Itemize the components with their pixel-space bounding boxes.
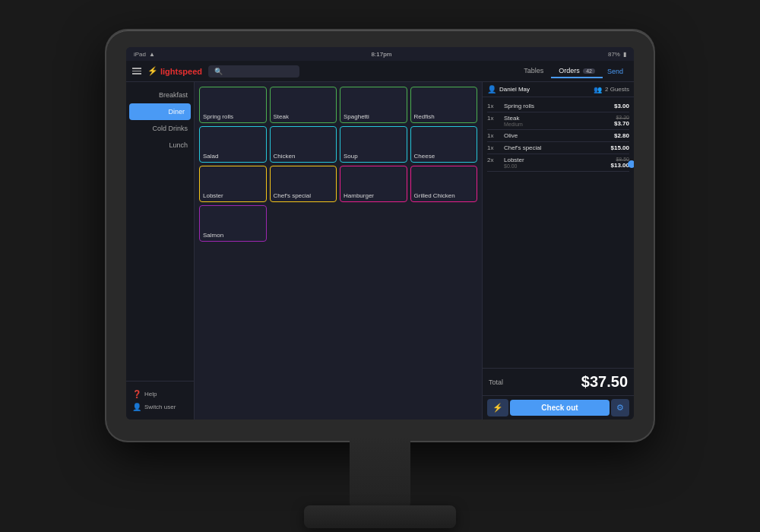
order-qty: 1x: [487, 132, 502, 139]
menu-item-empty-3: [410, 205, 478, 242]
order-name: Lobster: [504, 157, 610, 163]
tablet-stand-neck: [350, 437, 410, 509]
tab-orders[interactable]: Orders 42: [551, 65, 603, 78]
menu-item-chicken[interactable]: Chicken: [270, 126, 337, 163]
customer-bar: 👤 Daniel May 👥 2 Guests: [483, 82, 634, 97]
status-bar: iPad ▲ 8:17pm 87% ▮: [126, 47, 634, 61]
order-price-col: $2.80: [614, 132, 629, 139]
flash-button[interactable]: ⚡: [487, 399, 508, 416]
order-name-col: Spring rolls: [504, 103, 613, 109]
order-price-col: $15.00: [611, 144, 629, 151]
top-nav: ⚡ lightspeed 🔍 Tables Orders 42 Send: [126, 61, 634, 82]
menu-item-grilled-chicken[interactable]: Grilled Chicken: [410, 166, 478, 202]
menu-item-soup[interactable]: Soup: [340, 126, 407, 163]
order-name-col: Lobster $0.00: [504, 157, 610, 169]
order-item-chefs-special[interactable]: 1x Chef's special $15.00: [487, 142, 629, 154]
order-name-col: Steak Medium: [504, 115, 613, 127]
left-sidebar: Breakfast Diner Cold Drinks Lunch ❓ Help…: [126, 82, 195, 420]
menu-item-steak[interactable]: Steak: [270, 87, 337, 123]
search-box[interactable]: 🔍: [208, 65, 299, 78]
device-label: iPad: [134, 51, 146, 58]
order-name: Chef's special: [504, 144, 610, 151]
switch-user-label: Switch user: [144, 404, 176, 410]
nav-tabs: Tables Orders 42 Send: [516, 65, 628, 78]
help-label: Help: [144, 391, 157, 397]
help-button[interactable]: ❓ Help: [132, 388, 188, 401]
menu-grid-row1: Spring rolls Steak Spaghetti Redfish: [199, 87, 477, 123]
menu-item-spring-rolls[interactable]: Spring rolls: [199, 87, 267, 123]
checkout-button[interactable]: Check out: [510, 400, 610, 416]
order-item-steak[interactable]: 1x Steak Medium $3.20 $3.70: [487, 112, 629, 130]
category-cold-drinks[interactable]: Cold Drinks: [126, 120, 194, 137]
switch-user-button[interactable]: 👤 Switch user: [132, 401, 188, 413]
category-lunch[interactable]: Lunch: [126, 137, 194, 154]
order-price: $3.70: [614, 120, 629, 127]
order-sub: $0.00: [504, 163, 610, 169]
user-icon: 👤: [132, 403, 141, 411]
order-name: Steak: [504, 115, 613, 122]
order-list: 1x Spring rolls $3.00 1x Steak Medium: [483, 97, 634, 368]
order-sub: Medium: [504, 122, 613, 127]
order-qty: 1x: [487, 103, 502, 109]
tab-tables[interactable]: Tables: [516, 65, 551, 78]
menu-item-chefs-special[interactable]: Chef's special: [270, 166, 337, 202]
menu-item-hamburger[interactable]: Hamburger: [340, 166, 407, 202]
logo-bolt-icon: ⚡: [147, 66, 158, 76]
menu-item-salad[interactable]: Salad: [199, 126, 267, 163]
order-item-lobster[interactable]: 2x Lobster $0.00 $8.50 $13.00: [487, 154, 629, 172]
menu-item-empty-1: [270, 205, 337, 242]
tablet-device: iPad ▲ 8:17pm 87% ▮ ⚡ lightspeed 🔍: [106, 30, 654, 441]
order-name-col: Olive: [504, 132, 613, 139]
menu-grid-row2: Salad Chicken Soup Cheese: [199, 126, 477, 163]
order-price: $15.00: [611, 144, 629, 151]
menu-item-spaghetti[interactable]: Spaghetti: [340, 87, 407, 123]
order-price: $13.00: [611, 162, 629, 169]
tablet-stand-base: [304, 505, 456, 528]
order-orig-price: $8.50: [611, 157, 629, 162]
guest-count: 2 Guests: [605, 86, 629, 93]
menu-grid-row4: Salmon: [199, 205, 477, 242]
app-logo: ⚡ lightspeed: [147, 66, 202, 76]
search-icon: 🔍: [214, 68, 223, 75]
logo-name: lightspeed: [160, 67, 202, 76]
menu-icon[interactable]: [132, 68, 141, 74]
order-price: $2.80: [614, 132, 629, 139]
category-breakfast[interactable]: Breakfast: [126, 87, 194, 103]
status-left: iPad ▲: [134, 51, 155, 58]
total-label: Total: [489, 378, 503, 386]
order-price: $3.00: [614, 103, 629, 109]
wifi-icon: ▲: [149, 51, 155, 58]
order-qty: 1x: [487, 115, 502, 122]
battery-icon: ▮: [623, 51, 626, 58]
status-right: 87% ▮: [608, 51, 626, 58]
menu-item-empty-2: [340, 205, 407, 242]
send-button[interactable]: Send: [603, 65, 628, 78]
total-bar: Total $37.50: [483, 368, 634, 395]
right-panel: 👤 Daniel May 👥 2 Guests 1x Spring rolls …: [482, 82, 634, 420]
menu-item-redfish[interactable]: Redfish: [410, 87, 478, 123]
tablet-screen: iPad ▲ 8:17pm 87% ▮ ⚡ lightspeed 🔍: [126, 47, 634, 420]
order-indicator-dot: [628, 160, 634, 168]
help-icon: ❓: [132, 390, 141, 398]
total-amount: $37.50: [581, 373, 628, 391]
menu-grid-row3: Lobster Chef's special Hamburger Grilled…: [199, 166, 477, 202]
order-qty: 2x: [487, 157, 502, 163]
menu-item-lobster[interactable]: Lobster: [199, 166, 267, 202]
sidebar-bottom: ❓ Help 👤 Switch user: [126, 381, 194, 420]
customer-icon: 👤: [487, 85, 496, 93]
menu-item-cheese[interactable]: Cheese: [410, 126, 478, 163]
order-name-col: Chef's special: [504, 144, 610, 151]
battery-label: 87%: [608, 51, 620, 58]
order-item-spring-rolls[interactable]: 1x Spring rolls $3.00: [487, 100, 629, 112]
order-item-olive[interactable]: 1x Olive $2.80: [487, 130, 629, 142]
menu-item-salmon[interactable]: Salmon: [199, 205, 267, 242]
status-time: 8:17pm: [372, 51, 392, 58]
order-orig-price: $3.20: [614, 115, 629, 120]
order-name: Spring rolls: [504, 103, 613, 109]
order-price-col: $8.50 $13.00: [611, 157, 629, 169]
checkout-bar: ⚡ Check out ⚙: [483, 395, 634, 420]
order-qty: 1x: [487, 144, 502, 151]
category-diner[interactable]: Diner: [129, 103, 191, 120]
order-price-col: $3.00: [614, 103, 629, 109]
settings-button[interactable]: ⚙: [611, 399, 629, 416]
